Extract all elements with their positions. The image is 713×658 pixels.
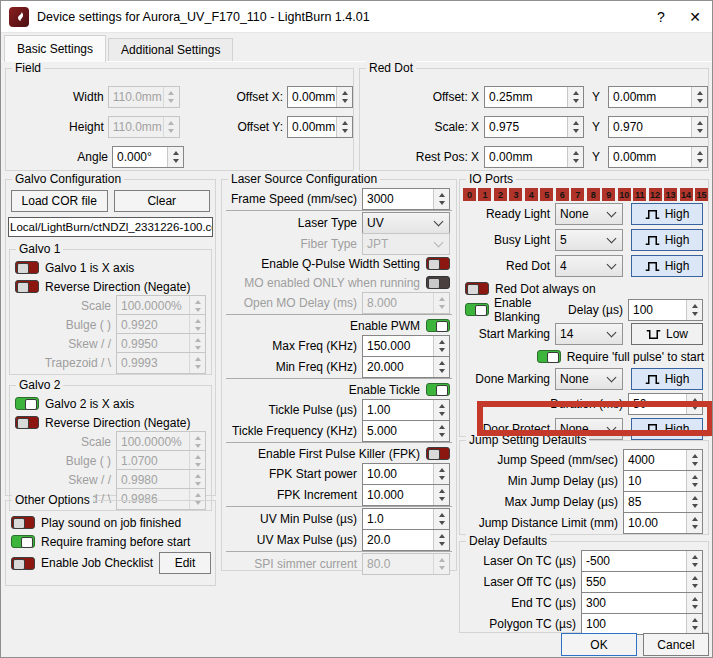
jump-distance-limit-spinbox[interactable]: 10.00 [623, 512, 703, 534]
offset-y-spinbox[interactable]: 0.00mm [287, 116, 353, 138]
fpk-start-spinbox[interactable]: 10.00 [362, 463, 450, 485]
spinner-arrows-icon[interactable] [686, 492, 702, 512]
spinner-arrows-icon[interactable] [433, 293, 449, 313]
fiber-type-dropdown[interactable]: JPT [362, 233, 450, 255]
edit-checklist-button[interactable]: Edit [159, 552, 211, 574]
help-icon[interactable]: ? [644, 1, 678, 33]
start-marking-dropdown[interactable]: 14 [555, 323, 623, 345]
spinner-arrows-icon[interactable] [686, 572, 702, 592]
spinner-arrows-icon[interactable] [433, 421, 449, 441]
spinner-arrows-icon[interactable] [189, 432, 205, 452]
spinner-arrows-icon[interactable] [189, 451, 205, 471]
spinner-arrows-icon[interactable] [189, 296, 205, 316]
min-jump-delay-spinbox[interactable]: 10 [623, 470, 703, 492]
spinner-arrows-icon[interactable] [433, 189, 449, 209]
spi-simmer-spinbox[interactable]: 80.0 [362, 553, 450, 575]
spinner-arrows-icon[interactable] [686, 300, 702, 320]
ready-light-dropdown[interactable]: None [555, 203, 623, 225]
fpk-toggle[interactable] [426, 447, 450, 460]
spinner-arrows-icon[interactable] [686, 471, 702, 491]
spinner-arrows-icon[interactable] [189, 334, 205, 354]
spinner-arrows-icon[interactable] [433, 400, 449, 420]
clear-cor-button[interactable]: Clear [114, 190, 211, 212]
cor-path-field[interactable]: Local/LightBurn/ctNDZl_2331226-100.cor [8, 217, 213, 237]
red-dot-always-on-toggle[interactable] [465, 282, 489, 295]
done-marking-high-button[interactable]: High [631, 368, 703, 390]
ready-light-high-button[interactable]: High [631, 203, 703, 225]
close-icon[interactable]: ✕ [678, 1, 712, 33]
spinner-arrows-icon[interactable] [686, 551, 702, 571]
spinner-arrows-icon[interactable] [433, 357, 449, 377]
red-dot-offset-y-spinbox[interactable]: 0.00mm [608, 86, 708, 108]
spinner-arrows-icon[interactable] [163, 117, 179, 137]
galvo2-x-axis-toggle[interactable] [15, 397, 39, 410]
spinner-arrows-icon[interactable] [433, 336, 449, 356]
busy-light-dropdown[interactable]: 5 [555, 229, 623, 251]
tickle-frequency-spinbox[interactable]: 5.000 [362, 420, 450, 442]
blanking-delay-spinbox[interactable]: 100 [628, 299, 703, 321]
spinner-arrows-icon[interactable] [163, 87, 179, 107]
spinner-arrows-icon[interactable] [691, 87, 707, 107]
tab-basic-settings[interactable]: Basic Settings [4, 35, 106, 62]
height-spinbox[interactable]: 110.0mm [108, 116, 180, 138]
spinner-arrows-icon[interactable] [567, 87, 583, 107]
red-dot-offset-x-spinbox[interactable]: 0.25mm [484, 86, 584, 108]
spinner-arrows-icon[interactable] [686, 394, 702, 414]
end-tc-spinbox[interactable]: 300 [581, 592, 703, 614]
fpk-increment-spinbox[interactable]: 10.000 [362, 484, 450, 506]
uv-min-pulse-spinbox[interactable]: 1.0 [362, 508, 450, 530]
busy-light-high-button[interactable]: High [631, 229, 703, 251]
require-full-pulse-toggle[interactable] [537, 350, 561, 363]
galvo1-x-axis-toggle[interactable] [15, 261, 39, 274]
spinner-arrows-icon[interactable] [336, 117, 352, 137]
galvo1-reverse-toggle[interactable] [15, 280, 39, 293]
min-freq-spinbox[interactable]: 20.000 [362, 356, 450, 378]
max-freq-spinbox[interactable]: 150.000 [362, 335, 450, 357]
cancel-button[interactable]: Cancel [643, 633, 709, 656]
laser-off-tc-spinbox[interactable]: 550 [581, 571, 703, 593]
duration-spinbox[interactable]: 50 [628, 393, 703, 415]
start-marking-low-button[interactable]: Low [631, 323, 703, 345]
require-framing-toggle[interactable] [11, 535, 35, 548]
polygon-tc-spinbox[interactable]: 100 [581, 613, 703, 635]
spinner-arrows-icon[interactable] [567, 117, 583, 137]
mo-delay-spinbox[interactable]: 8.000 [362, 292, 450, 314]
play-sound-toggle[interactable] [11, 516, 35, 529]
door-protect-high-button[interactable]: High [631, 418, 703, 440]
spinner-arrows-icon[interactable] [189, 315, 205, 335]
offset-x-spinbox[interactable]: 0.00mm [287, 86, 353, 108]
jump-speed-spinbox[interactable]: 4000 [623, 449, 703, 471]
galvo1-trapezoid-spinbox[interactable]: 0.9993 [116, 352, 206, 374]
done-marking-dropdown[interactable]: None [555, 368, 623, 390]
angle-spinbox[interactable]: 0.000° [112, 146, 184, 168]
spinner-arrows-icon[interactable] [686, 513, 702, 533]
spinner-arrows-icon[interactable] [189, 353, 205, 373]
red-dot-port-dropdown[interactable]: 4 [555, 255, 623, 277]
red-dot-high-button[interactable]: High [631, 255, 703, 277]
spinner-arrows-icon[interactable] [433, 509, 449, 529]
spinner-arrows-icon[interactable] [567, 147, 583, 167]
uv-max-pulse-spinbox[interactable]: 20.0 [362, 529, 450, 551]
red-dot-scale-y-spinbox[interactable]: 0.970 [608, 116, 708, 138]
max-jump-delay-spinbox[interactable]: 85 [623, 491, 703, 513]
enable-blanking-toggle[interactable] [465, 303, 489, 316]
spinner-arrows-icon[interactable] [686, 593, 702, 613]
spinner-arrows-icon[interactable] [686, 614, 702, 634]
red-dot-rest-y-spinbox[interactable]: 0.00mm [608, 146, 708, 168]
qpulse-toggle[interactable] [426, 257, 450, 270]
red-dot-rest-x-spinbox[interactable]: 0.00mm [484, 146, 584, 168]
load-cor-file-button[interactable]: Load COR file [11, 190, 108, 212]
spinner-arrows-icon[interactable] [189, 470, 205, 490]
tab-additional-settings[interactable]: Additional Settings [108, 38, 233, 61]
red-dot-scale-x-spinbox[interactable]: 0.975 [484, 116, 584, 138]
laser-on-tc-spinbox[interactable]: -500 [581, 550, 703, 572]
enable-pwm-toggle[interactable] [426, 319, 450, 332]
frame-speed-spinbox[interactable]: 3000 [362, 188, 450, 210]
spinner-arrows-icon[interactable] [433, 485, 449, 505]
laser-type-dropdown[interactable]: UV [362, 212, 450, 234]
ok-button[interactable]: OK [561, 633, 637, 656]
spinner-arrows-icon[interactable] [336, 87, 352, 107]
tickle-pulse-spinbox[interactable]: 1.00 [362, 399, 450, 421]
spinner-arrows-icon[interactable] [691, 117, 707, 137]
width-spinbox[interactable]: 110.0mm [108, 86, 180, 108]
